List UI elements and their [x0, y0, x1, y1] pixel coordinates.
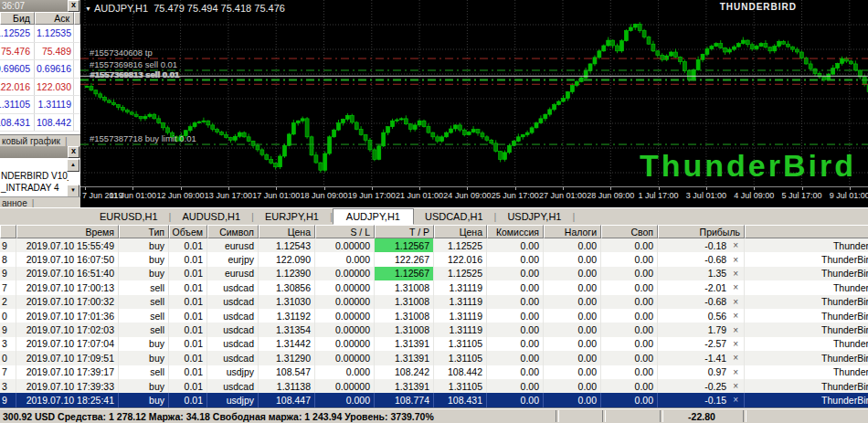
terminal-column-header: Цена — [259, 225, 315, 238]
tick-chart-tab-label: ковый график — [0, 136, 60, 146]
market-watch-row[interactable]: 0.696050.69616 — [0, 60, 80, 79]
axis-tick — [276, 187, 277, 190]
close-order-icon[interactable]: × — [733, 297, 738, 307]
navigator-item[interactable]: NDERBIRD V10_f — [0, 170, 69, 182]
order-row[interactable]: 72019.07.10 17:00:13sell0.01usdcad1.3085… — [0, 280, 868, 294]
cell-taxes: 0.00 — [544, 379, 601, 393]
market-watch-row[interactable]: 1.125251.12535 — [0, 25, 80, 43]
order-row[interactable]: 22019.07.10 17:00:32sell0.01usdcad1.3103… — [0, 295, 868, 309]
cell-price: 1.31442 — [259, 337, 315, 351]
cell-time: 2019.07.10 16:51:40 — [16, 267, 119, 280]
close-order-icon[interactable]: × — [733, 311, 738, 321]
x-axis-label: 17 Jun 01:00 — [252, 191, 300, 200]
profit-value: -0.18 — [704, 240, 726, 251]
close-order-icon[interactable]: × — [733, 282, 738, 292]
chart-tab-audjpy-h1[interactable]: AUDJPY,H1 — [333, 208, 414, 225]
cell-swap: 0.00 — [601, 280, 658, 294]
order-row[interactable]: 92019.07.10 17:02:03sell0.01usdcad1.3135… — [0, 323, 868, 336]
cell-order: 0 — [0, 309, 16, 323]
order-row[interactable]: 72019.07.10 17:39:17sell0.01usdjpy108.54… — [0, 365, 868, 379]
cell-symbol: usdcad — [207, 323, 259, 336]
cell-price: 1.31290 — [259, 351, 315, 365]
x-axis-label: 11 Jun 01:00 — [110, 191, 156, 200]
cell-volume: 0.01 — [169, 337, 207, 351]
header-filler — [74, 12, 80, 25]
cell-type: sell — [119, 295, 169, 309]
mt4-terminal-window: 36:07 x Бид Аск 1.125251.1253575.47675.4… — [0, 0, 868, 423]
close-order-icon[interactable]: × — [733, 381, 738, 391]
axis-tick — [706, 187, 707, 190]
close-icon[interactable]: x — [68, 146, 79, 158]
scroll-down-icon[interactable]: ▼ — [67, 185, 79, 197]
cell-volume: 0.01 — [169, 252, 207, 266]
cell-swap: 0.00 — [601, 295, 658, 309]
chart-tab-eurjpy-h1[interactable]: EURJPY,H1 — [254, 209, 330, 224]
navigator-item[interactable] — [0, 158, 69, 170]
cell-profit: -0.18× — [658, 238, 745, 252]
cell-volume: 0.01 — [169, 238, 207, 252]
order-row[interactable]: 02019.07.10 17:09:51buy0.01usdcad1.31290… — [0, 351, 868, 365]
order-row[interactable]: 32019.07.10 17:07:04buy0.01usdcad1.31442… — [0, 337, 868, 351]
market-watch-quotes: 1.125251.1253575.47675.4890.696050.69616… — [0, 25, 80, 132]
cell-swap: 0.00 — [601, 238, 658, 252]
order-row[interactable]: 82019.07.10 16:07:50buy0.01eurjpy122.090… — [0, 252, 868, 266]
cell-type: sell — [119, 280, 169, 294]
cell-order: 9 — [0, 267, 16, 280]
close-order-icon[interactable]: × — [733, 339, 738, 349]
cell-price: 1.12543 — [259, 238, 315, 252]
chart-panel[interactable]: #1557340608 tp#1557369816 sell 0.01#1557… — [80, 0, 868, 207]
scroll-up-icon[interactable]: ▲ — [67, 159, 79, 172]
market-watch-row[interactable]: 75.47675.489 — [0, 43, 80, 61]
cell-order: 0 — [0, 351, 16, 365]
cell-volume: 0.01 — [169, 280, 207, 294]
close-order-icon[interactable]: × — [733, 353, 738, 363]
cell-volume: 0.01 — [169, 365, 207, 379]
close-order-icon[interactable]: × — [733, 367, 738, 377]
order-row[interactable]: 92019.07.10 18:25:41buy0.01usdjpy108.447… — [0, 393, 868, 407]
cell-swap: 0.00 — [601, 379, 658, 393]
market-watch-row[interactable]: 1.311051.31119 — [0, 96, 80, 114]
cell-time: 2019.07.10 17:07:04 — [16, 337, 119, 351]
close-order-icon[interactable]: × — [733, 395, 738, 405]
chart-tab-usdcad-h1[interactable]: USDCAD,H1 — [414, 209, 494, 224]
order-line-label: #1557369813 sell 0.01 — [90, 69, 179, 79]
chevron-down-icon[interactable]: ▼ — [85, 5, 91, 12]
order-row[interactable]: 32019.07.10 17:39:33buy0.01usdcad1.31138… — [0, 379, 868, 393]
cell-time: 2019.07.10 17:09:51 — [16, 351, 119, 365]
cell-time: 2019.07.10 17:01:36 — [16, 309, 119, 323]
cell-order: 9 — [0, 238, 16, 252]
cell-symbol: usdcad — [207, 379, 259, 393]
status-bar: 300.92 USD Средства: 1 278.12 Маржа: 34.… — [0, 407, 868, 423]
cell-taxes: 0.00 — [544, 252, 601, 266]
chart-tab-eurusd-h1[interactable]: EURUSD,H1 — [89, 209, 169, 224]
close-order-icon[interactable]: × — [733, 325, 738, 335]
market-watch-row[interactable]: 122.016122.030 — [0, 79, 80, 97]
axis-tick — [228, 187, 229, 190]
profit-value: 1.79 — [708, 324, 726, 335]
close-order-icon[interactable]: × — [733, 255, 738, 265]
profit-value: -0.68 — [704, 296, 726, 307]
order-row[interactable]: 92019.07.10 16:51:40buy0.01eurusd1.12390… — [0, 267, 868, 280]
tab-tick-chart[interactable]: ковый график | — [0, 134, 80, 147]
bid-price: 108.431 — [0, 114, 35, 132]
chart-tab-audusd-h1[interactable]: AUDUSD,H1 — [171, 209, 251, 224]
cell-commission: 0.00 — [487, 365, 544, 379]
terminal-rows: 92019.07.10 15:55:49buy0.01eurusd1.12543… — [0, 238, 868, 407]
x-axis-label: 28 Jun 09:00 — [587, 191, 634, 200]
close-order-icon[interactable]: × — [733, 240, 738, 250]
navigator-item[interactable]: _INTRADAY 4 — [0, 182, 69, 194]
cell-commission: 0.00 — [487, 280, 544, 294]
close-icon[interactable]: x — [68, 0, 79, 12]
cell-comment: Thunder — [745, 238, 868, 252]
cell-comment: ThunderBir — [745, 295, 868, 309]
profit-value: -0.15 — [704, 395, 726, 406]
chart-tab-usdjpy-h1[interactable]: USDJPY,H1 — [496, 209, 572, 224]
order-row[interactable]: 02019.07.10 17:01:36sell0.01usdcad1.3119… — [0, 309, 868, 323]
market-watch-row[interactable]: 108.431108.442 — [0, 114, 80, 132]
cell-sl: 0.00000 — [315, 280, 375, 294]
order-row[interactable]: 92019.07.10 15:55:49buy0.01eurusd1.12543… — [0, 238, 868, 252]
cell-taxes: 0.00 — [544, 280, 601, 294]
close-order-icon[interactable]: × — [733, 269, 738, 279]
ask-price: 1.31119 — [35, 96, 74, 113]
terminal-column-header: Своп — [601, 225, 658, 238]
